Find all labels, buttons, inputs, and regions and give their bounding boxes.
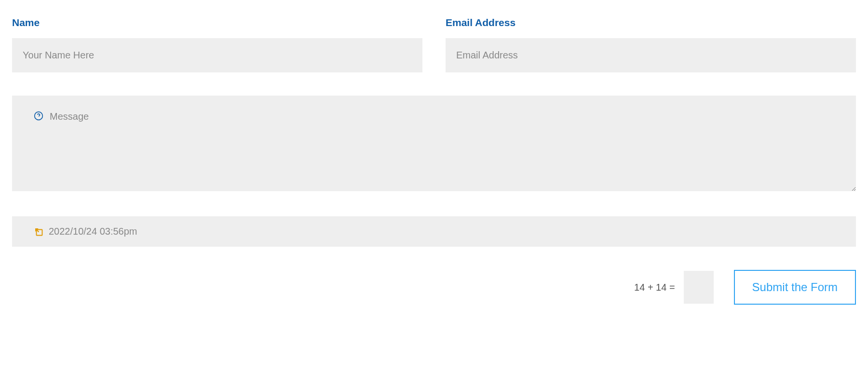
message-textarea[interactable] <box>12 96 856 191</box>
email-label: Email Address <box>446 17 856 28</box>
submit-button[interactable]: Submit the Form <box>734 270 856 305</box>
name-column: Name <box>12 17 422 72</box>
form-top-row: Name Email Address <box>12 17 856 72</box>
captcha-input[interactable] <box>684 271 714 304</box>
name-label: Name <box>12 17 422 28</box>
email-input[interactable] <box>446 38 856 72</box>
datetime-field[interactable]: 2022/10/24 03:56pm <box>12 216 856 247</box>
datetime-value: 2022/10/24 03:56pm <box>49 226 137 237</box>
name-input[interactable] <box>12 38 422 72</box>
calendar-arrow-icon <box>34 227 43 236</box>
message-wrapper <box>12 96 856 193</box>
email-column: Email Address <box>446 17 856 72</box>
captcha-question: 14 + 14 = <box>634 282 675 293</box>
submit-row: 14 + 14 = Submit the Form <box>12 270 856 305</box>
